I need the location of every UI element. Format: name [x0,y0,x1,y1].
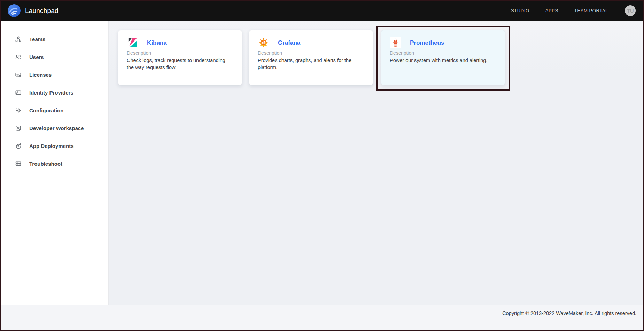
description-label: Description [127,50,233,56]
description-text: Provides charts, graphs, and alerts for … [258,57,362,71]
description-text: Check logs, track requests to understand… [127,57,231,71]
app-card-kibana[interactable]: Kibana Description Check logs, track req… [118,30,242,85]
sidebar-item-app-deployments[interactable]: App Deployments [1,137,108,155]
main-area: Kibana Description Check logs, track req… [109,21,643,305]
sidebar-item-configuration[interactable]: Configuration [1,101,108,119]
nav-team-portal[interactable]: TEAM PORTAL [574,8,608,13]
developer-workspace-icon [15,125,22,131]
sidebar: Teams Users Licenses [1,21,109,305]
copyright-text: Copyright © 2013-2022 WaveMaker, Inc. Al… [502,310,636,316]
sidebar-item-label: App Deployments [29,143,74,149]
grafana-logo-icon [258,37,269,48]
sidebar-item-label: Identity Providers [29,90,73,96]
teams-icon [15,36,22,43]
app-cards: Kibana Description Check logs, track req… [118,30,643,91]
licenses-icon [15,72,22,78]
users-icon [15,54,22,60]
sidebar-item-identity-providers[interactable]: Identity Providers [1,84,108,101]
prometheus-logo-icon [390,37,401,48]
brand[interactable]: Launchpad [8,4,59,17]
app-title-kibana: Kibana [147,39,167,46]
top-bar: Launchpad STUDIO APPS TEAM PORTAL TU [1,1,643,21]
nav-apps[interactable]: APPS [545,8,558,13]
troubleshoot-icon [15,160,22,167]
card-head: Grafana [258,37,364,48]
sidebar-item-label: Troubleshoot [29,161,62,167]
highlight-box: Prometheus Description Power our system … [376,26,510,91]
app-card-grafana[interactable]: Grafana Description Provides charts, gra… [249,30,373,85]
identity-providers-icon [15,89,22,96]
app-title: Launchpad [25,7,59,15]
sidebar-item-label: Teams [29,36,45,42]
app-title-prometheus: Prometheus [410,39,444,46]
nav-studio[interactable]: STUDIO [511,8,529,13]
sidebar-item-troubleshoot[interactable]: Troubleshoot [1,155,108,173]
description-label: Description [390,50,496,56]
content-row: Teams Users Licenses [1,21,643,305]
description-label: Description [258,50,364,56]
sidebar-item-label: Users [29,54,44,60]
card-head: Prometheus [390,37,496,48]
sidebar-item-teams[interactable]: Teams [1,30,108,48]
configuration-icon [15,107,22,114]
app-card-prometheus[interactable]: Prometheus Description Power our system … [381,30,505,85]
sidebar-item-users[interactable]: Users [1,48,108,66]
app-title-grafana: Grafana [278,39,300,46]
sidebar-item-label: Licenses [29,72,52,78]
top-nav: STUDIO APPS TEAM PORTAL TU [511,5,636,16]
card-head: Kibana [127,37,233,48]
user-avatar[interactable]: TU [625,5,636,16]
app-deployments-icon [15,143,22,149]
wavemaker-logo-icon [8,4,21,17]
sidebar-item-label: Developer Workspace [29,125,84,131]
kibana-logo-icon [127,37,138,48]
description-text: Power our system with metrics and alerti… [390,57,494,64]
sidebar-item-licenses[interactable]: Licenses [1,66,108,84]
footer: Copyright © 2013-2022 WaveMaker, Inc. Al… [1,305,643,330]
sidebar-item-label: Configuration [29,107,63,113]
sidebar-item-developer-workspace[interactable]: Developer Workspace [1,119,108,137]
launchpad-page: Launchpad STUDIO APPS TEAM PORTAL TU Tea… [0,0,644,331]
